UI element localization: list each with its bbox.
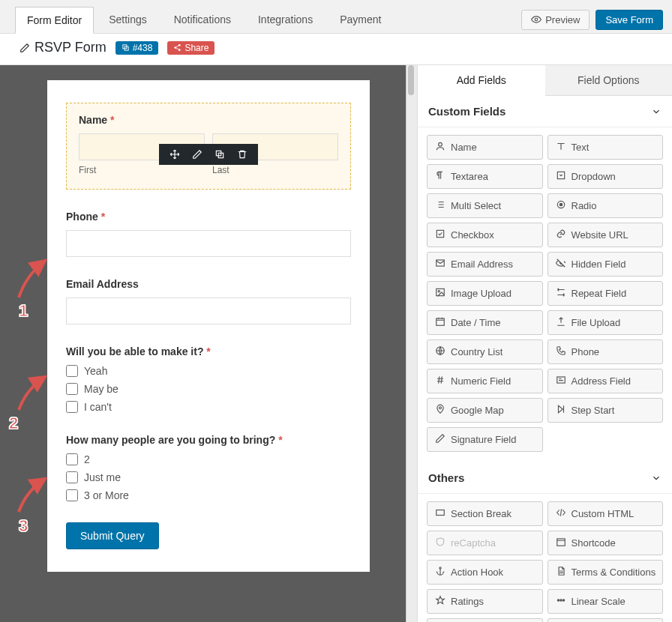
sidebar-tab-add-fields[interactable]: Add Fields bbox=[418, 65, 545, 96]
duplicate-icon[interactable] bbox=[214, 149, 225, 160]
phone-input[interactable] bbox=[66, 230, 351, 257]
field-type-email-address[interactable]: Email Address bbox=[427, 252, 543, 277]
card-icon bbox=[556, 375, 566, 387]
shield-icon bbox=[435, 537, 446, 549]
preview-button[interactable]: Preview bbox=[521, 10, 590, 30]
field-type-custom-html[interactable]: Custom HTML bbox=[548, 501, 664, 526]
field-guests[interactable]: How many people are you going to bring? … bbox=[66, 434, 351, 501]
field-name-block[interactable]: Name * First Last bbox=[66, 103, 351, 190]
guests-option[interactable]: 3 or More bbox=[66, 489, 351, 501]
field-type-action-hook[interactable]: Action Hook bbox=[427, 560, 543, 585]
field-phone[interactable]: Phone * bbox=[66, 211, 351, 257]
field-type-name[interactable]: Name bbox=[427, 135, 543, 160]
field-type-label: Phone bbox=[572, 346, 600, 357]
field-type-numeric-field[interactable]: Numeric Field bbox=[427, 369, 543, 393]
svg-point-4 bbox=[175, 46, 177, 49]
name-label: Name * bbox=[79, 114, 338, 126]
tab-integrations[interactable]: Integrations bbox=[246, 6, 325, 33]
guests-label: How many people are you going to bring? … bbox=[66, 434, 351, 446]
guests-option[interactable]: 2 bbox=[66, 453, 351, 465]
field-type-google-map[interactable]: Google Map bbox=[427, 398, 543, 423]
image-icon bbox=[435, 287, 446, 300]
svg-point-22 bbox=[440, 567, 441, 569]
field-type-checkbox[interactable]: Checkbox bbox=[427, 223, 543, 247]
step-icon bbox=[556, 404, 566, 417]
section-others[interactable]: Others bbox=[418, 462, 672, 494]
email-input[interactable] bbox=[66, 298, 351, 324]
field-type-section-break[interactable]: Section Break bbox=[427, 501, 543, 526]
guests-option[interactable]: Just me bbox=[66, 471, 351, 483]
form-id-badge[interactable]: #438 bbox=[116, 41, 159, 55]
field-email[interactable]: Email Address bbox=[66, 278, 351, 324]
field-type-repeat-field[interactable]: Repeat Field bbox=[548, 281, 664, 306]
field-type-label: Step Start bbox=[572, 405, 615, 416]
field-type-label: Text bbox=[572, 142, 590, 153]
field-type-label: Action Hook bbox=[451, 567, 503, 578]
scrollbar[interactable] bbox=[406, 65, 417, 622]
form-id-text: #438 bbox=[133, 43, 153, 53]
field-type-country-list[interactable]: Country List bbox=[427, 339, 543, 364]
svg-point-0 bbox=[535, 18, 538, 21]
field-type-multiple-choice-grid[interactable]: Multiple Choice Grid bbox=[548, 618, 664, 622]
edit-icon[interactable] bbox=[192, 149, 202, 160]
field-type-label: Hidden Field bbox=[572, 259, 626, 270]
attend-option[interactable]: I can't bbox=[66, 401, 351, 413]
caret-sq-icon bbox=[556, 170, 566, 183]
sidebar-tab-field-options[interactable]: Field Options bbox=[545, 65, 673, 96]
field-type-text[interactable]: Text bbox=[548, 135, 664, 160]
link-icon bbox=[556, 229, 566, 241]
field-type-terms-conditions[interactable]: Terms & Conditions bbox=[548, 560, 664, 585]
field-type-dropdown[interactable]: Dropdown bbox=[548, 164, 664, 189]
field-type-label: Checkbox bbox=[451, 229, 494, 241]
submit-button[interactable]: Submit Query bbox=[66, 522, 159, 549]
field-type-date-time[interactable]: Date / Time bbox=[427, 310, 543, 335]
field-type-multi-select[interactable]: Multi Select bbox=[427, 193, 543, 218]
trash-icon[interactable] bbox=[237, 149, 248, 160]
pen-icon bbox=[435, 433, 446, 446]
field-type-website-url[interactable]: Website URL bbox=[548, 223, 664, 247]
field-type-label: Terms & Conditions bbox=[572, 567, 656, 578]
tab-form-editor[interactable]: Form Editor bbox=[15, 7, 94, 34]
field-type-step-start[interactable]: Step Start bbox=[548, 398, 664, 423]
svg-point-3 bbox=[178, 44, 181, 46]
move-icon[interactable] bbox=[170, 149, 180, 160]
field-type-label: Dropdown bbox=[572, 171, 616, 182]
field-type-radio[interactable]: Radio bbox=[548, 193, 664, 218]
svg-rect-12 bbox=[436, 230, 443, 237]
svg-point-25 bbox=[562, 600, 564, 601]
field-type-phone[interactable]: Phone bbox=[548, 339, 664, 364]
attend-option[interactable]: Yeah bbox=[66, 365, 351, 377]
svg-rect-20 bbox=[436, 510, 445, 516]
list-icon bbox=[435, 199, 446, 212]
share-button[interactable]: Share bbox=[167, 41, 214, 55]
field-type-checkbox-grid[interactable]: Checkbox Grid bbox=[427, 618, 543, 622]
tab-settings[interactable]: Settings bbox=[97, 6, 159, 33]
user-icon bbox=[435, 141, 446, 154]
attend-option[interactable]: May be bbox=[66, 383, 351, 395]
section-custom-fields[interactable]: Custom Fields bbox=[418, 96, 672, 127]
annotation-1: 1 bbox=[19, 301, 28, 321]
field-type-label: Textarea bbox=[451, 171, 488, 182]
field-type-file-upload[interactable]: File Upload bbox=[548, 310, 664, 335]
field-type-signature-field[interactable]: Signature Field bbox=[427, 427, 543, 452]
field-type-textarea[interactable]: Textarea bbox=[427, 164, 543, 189]
dot-icon bbox=[556, 199, 566, 212]
attend-label: Will you be able to make it? * bbox=[66, 345, 351, 357]
share-label: Share bbox=[184, 43, 208, 53]
tab-notifications[interactable]: Notifications bbox=[162, 6, 243, 33]
field-type-shortcode[interactable]: Shortcode bbox=[548, 531, 664, 555]
field-attend[interactable]: Will you be able to make it? * Yeah May … bbox=[66, 345, 351, 413]
field-type-ratings[interactable]: Ratings bbox=[427, 589, 543, 614]
save-form-button[interactable]: Save Form bbox=[596, 10, 663, 30]
tab-payment[interactable]: Payment bbox=[328, 6, 393, 33]
field-type-label: Website URL bbox=[572, 229, 628, 241]
field-type-image-upload[interactable]: Image Upload bbox=[427, 281, 543, 306]
field-type-linear-scale[interactable]: Linear Scale bbox=[548, 589, 664, 614]
first-name-sublabel: First bbox=[79, 165, 205, 175]
svg-point-19 bbox=[440, 407, 442, 409]
bar-icon bbox=[435, 507, 446, 520]
field-type-hidden-field[interactable]: Hidden Field bbox=[548, 252, 664, 277]
copy-icon bbox=[122, 43, 130, 52]
field-type-address-field[interactable]: Address Field bbox=[548, 369, 664, 393]
field-type-label: File Upload bbox=[572, 317, 621, 328]
